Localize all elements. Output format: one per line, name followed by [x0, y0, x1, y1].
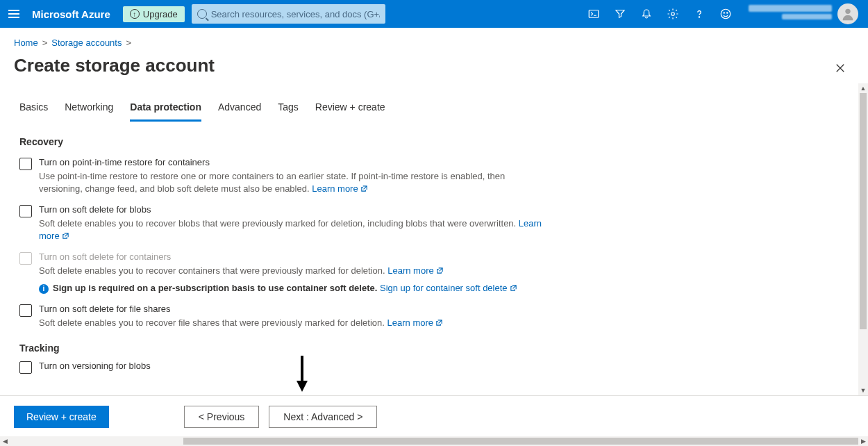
account-text [749, 5, 832, 23]
label-soft-delete-blobs: Turn on soft delete for blobs [39, 204, 547, 215]
external-link-icon [435, 317, 443, 325]
desc-soft-delete-containers: Soft delete enables you to recover conta… [39, 265, 547, 277]
hscroll-track[interactable] [10, 436, 858, 446]
content-scroll: Basics Networking Data protection Advanc… [0, 83, 868, 396]
upgrade-up-icon: ↑ [130, 9, 140, 19]
feedback-icon[interactable] [714, 0, 737, 28]
avatar-icon [837, 3, 858, 24]
desc-pit-restore: Use point-in-time restore to restore one… [39, 170, 547, 195]
help-icon[interactable] [687, 0, 711, 28]
svg-point-3 [721, 9, 731, 19]
link-pit-learn-more[interactable]: Learn more [312, 183, 367, 194]
tab-networking[interactable]: Networking [65, 101, 113, 122]
cloud-shell-icon[interactable] [582, 0, 606, 28]
link-containers-learn-more[interactable]: Learn more [387, 265, 443, 276]
breadcrumb-storage-accounts[interactable]: Storage accounts [51, 38, 122, 48]
section-tracking: Tracking [19, 342, 858, 354]
close-button[interactable] [832, 60, 849, 76]
checkbox-soft-delete-containers [19, 252, 32, 265]
checkbox-versioning-blobs[interactable] [19, 361, 32, 374]
scroll-thumb[interactable] [860, 93, 867, 329]
tabs: Basics Networking Data protection Advanc… [19, 101, 858, 122]
tab-basics[interactable]: Basics [19, 101, 48, 122]
svg-rect-0 [589, 10, 599, 18]
hscroll-thumb[interactable] [183, 438, 858, 445]
breadcrumb: Home > Storage accounts > [14, 38, 854, 48]
label-versioning-blobs: Turn on versioning for blobs [39, 361, 547, 371]
label-soft-delete-file-shares: Turn on soft delete for file shares [39, 304, 547, 314]
option-soft-delete-file-shares: Turn on soft delete for file shares Soft… [19, 304, 547, 329]
account-menu[interactable] [744, 3, 862, 24]
breadcrumb-sep: > [42, 38, 48, 48]
scroll-left-icon[interactable]: ◀ [0, 436, 10, 446]
review-create-button[interactable]: Review + create [14, 406, 109, 428]
svg-point-1 [671, 13, 675, 16]
option-versioning-blobs: Turn on versioning for blobs [19, 361, 547, 374]
external-link-icon [360, 183, 368, 191]
svg-point-4 [724, 13, 724, 13]
tab-data-protection[interactable]: Data protection [130, 101, 201, 122]
page-title: Create storage account [14, 55, 854, 76]
external-link-icon [62, 231, 69, 238]
external-link-icon [436, 265, 444, 273]
previous-button[interactable]: < Previous [184, 406, 260, 428]
page-header: Home > Storage accounts > Create storage… [0, 28, 868, 76]
directory-filter-icon[interactable] [608, 0, 632, 28]
svg-point-2 [699, 17, 699, 17]
next-advanced-button[interactable]: Next : Advanced > [269, 406, 377, 428]
info-signup-required: i Sign up is required on a per-subscript… [39, 283, 547, 294]
topbar: Microsoft Azure ↑ Upgrade [0, 0, 868, 28]
topbar-icons [582, 0, 737, 28]
breadcrumb-sep-2: > [126, 38, 131, 48]
tab-advanced[interactable]: Advanced [218, 101, 261, 122]
section-recovery: Recovery [19, 136, 858, 147]
notifications-icon[interactable] [635, 0, 658, 28]
tab-tags[interactable]: Tags [278, 101, 299, 122]
scroll-up-icon[interactable]: ▲ [858, 83, 868, 93]
footer-bar: Review + create < Previous Next : Advanc… [0, 397, 868, 436]
svg-point-6 [845, 9, 850, 14]
tab-review[interactable]: Review + create [315, 101, 385, 122]
upgrade-button[interactable]: ↑ Upgrade [123, 6, 185, 22]
external-link-icon [510, 283, 517, 291]
search-icon [197, 9, 207, 19]
link-signup-container-soft-delete[interactable]: Sign up for container soft delete [380, 283, 517, 293]
option-pit-restore: Turn on point-in-time restore for contai… [19, 157, 547, 195]
breadcrumb-home[interactable]: Home [14, 38, 38, 48]
upgrade-label: Upgrade [143, 9, 178, 19]
hamburger-menu-icon[interactable] [6, 7, 19, 21]
label-pit-restore: Turn on point-in-time restore for contai… [39, 157, 547, 167]
checkbox-soft-delete-blobs[interactable] [19, 205, 32, 217]
horizontal-scrollbar[interactable]: ◀ ▶ [0, 436, 868, 446]
svg-point-5 [727, 13, 728, 13]
info-icon: i [39, 284, 49, 294]
signup-required-text: Sign up is required on a per-subscriptio… [53, 283, 377, 293]
link-files-learn-more[interactable]: Learn more [387, 317, 443, 328]
checkbox-pit-restore[interactable] [19, 158, 32, 170]
settings-icon[interactable] [661, 0, 685, 28]
search-box[interactable] [192, 4, 385, 24]
desc-soft-delete-file-shares: Soft delete enables you to recover file … [39, 317, 547, 329]
vertical-scrollbar[interactable]: ▲ ▼ [858, 83, 868, 395]
checkbox-soft-delete-file-shares[interactable] [19, 304, 32, 317]
brand-label[interactable]: Microsoft Azure [26, 8, 116, 20]
label-soft-delete-containers: Turn on soft delete for containers [39, 251, 547, 262]
scroll-down-icon[interactable]: ▼ [858, 386, 868, 395]
scroll-track[interactable] [858, 93, 868, 386]
option-soft-delete-containers: Turn on soft delete for containers Soft … [19, 251, 547, 294]
search-input[interactable] [211, 9, 380, 19]
scroll-right-icon[interactable]: ▶ [858, 436, 868, 446]
desc-soft-delete-blobs: Soft delete enables you to recover blobs… [39, 217, 547, 242]
option-soft-delete-blobs: Turn on soft delete for blobs Soft delet… [19, 204, 547, 242]
